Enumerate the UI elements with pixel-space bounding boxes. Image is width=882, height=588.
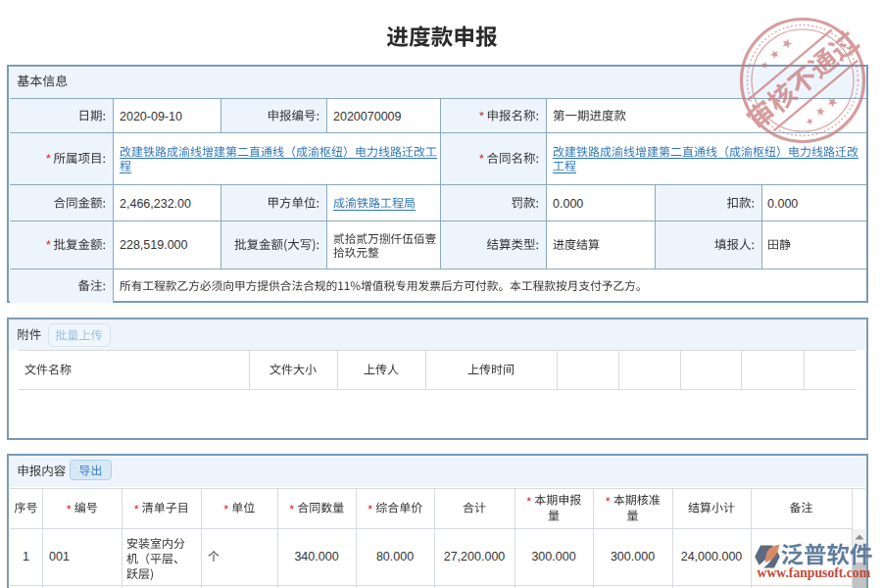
svg-text:80.000: 80.000 <box>376 550 414 564</box>
svg-text:300.000: 300.000 <box>611 550 655 564</box>
svg-text:27,200.000: 27,200.000 <box>444 550 506 564</box>
svg-text:www.fanpusoft.com: www.fanpusoft.com <box>758 565 871 580</box>
svg-text:24,000.000: 24,000.000 <box>681 550 743 564</box>
svg-text:2020-09-10: 2020-09-10 <box>120 110 182 123</box>
svg-text:001: 001 <box>49 550 70 564</box>
svg-text:1: 1 <box>23 550 29 564</box>
svg-text:0.000: 0.000 <box>767 197 798 211</box>
svg-text:340.000: 340.000 <box>294 550 338 564</box>
svg-text:300.000: 300.000 <box>531 550 575 564</box>
svg-text:228,519.000: 228,519.000 <box>120 238 188 252</box>
svg-text:0.000: 0.000 <box>553 197 583 211</box>
svg-text:2020070009: 2020070009 <box>333 110 402 123</box>
svg-text:2,466,232.00: 2,466,232.00 <box>120 197 191 211</box>
